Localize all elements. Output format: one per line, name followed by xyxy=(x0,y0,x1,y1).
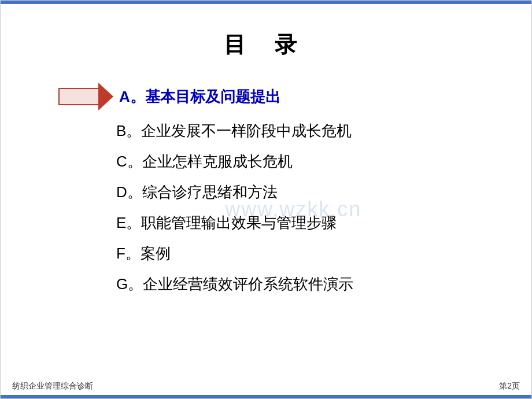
menu-item-a[interactable]: A。基本目标及问题提出 xyxy=(58,83,531,110)
menu-item-f[interactable]: F。案例 xyxy=(47,243,531,264)
menu-label-e: E。职能管理输出效果与管理步骤 xyxy=(116,214,337,231)
menu-item-e[interactable]: E。职能管理输出效果与管理步骤 xyxy=(47,213,531,233)
arrow-head-fill xyxy=(98,84,112,109)
footer-left: 纺织企业管理综合诊断 xyxy=(12,381,93,391)
menu-item-d[interactable]: D。综合诊疗思绪和方法 xyxy=(47,182,531,202)
menu-label-d: D。综合诊疗思绪和方法 xyxy=(116,183,278,201)
page-container: 目 录 A。基本目标及问题提出 B。企业发展不一样阶段中成长危机 C。企业怎样克… xyxy=(0,0,532,399)
arrow-body xyxy=(58,88,99,105)
menu-label-a: A。基本目标及问题提出 xyxy=(119,87,280,107)
menu-label-f: F。案例 xyxy=(116,245,171,262)
main-content: 目 录 A。基本目标及问题提出 B。企业发展不一样阶段中成长危机 C。企业怎样克… xyxy=(1,4,531,395)
menu-item-g[interactable]: G。企业经营绩效评价系统软件演示 xyxy=(47,274,531,294)
title-section: 目 录 xyxy=(224,30,308,60)
footer-right: 第2页 xyxy=(499,381,520,391)
arrow-icon xyxy=(58,83,113,110)
menu-label-g: G。企业经营绩效评价系统软件演示 xyxy=(116,275,353,293)
menu-item-c[interactable]: C。企业怎样克服成长危机 xyxy=(47,152,531,172)
page-title: 目 录 xyxy=(224,30,308,60)
bottom-border xyxy=(1,395,531,398)
footer: 纺织企业管理综合诊断 第2页 xyxy=(1,381,531,391)
menu-label-c: C。企业怎样克服成长危机 xyxy=(116,153,293,170)
menu-item-b[interactable]: B。企业发展不一样阶段中成长危机 xyxy=(47,121,531,141)
menu-label-b: B。企业发展不一样阶段中成长危机 xyxy=(116,122,352,139)
menu-section: A。基本目标及问题提出 B。企业发展不一样阶段中成长危机 C。企业怎样克服成长危… xyxy=(1,83,531,305)
